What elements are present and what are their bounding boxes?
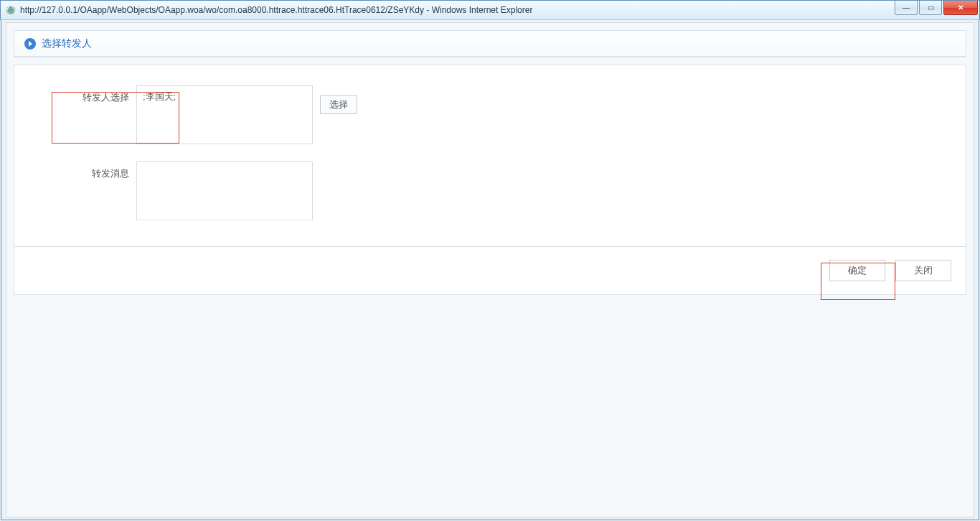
panel-title: 选择转发人 [42, 37, 92, 50]
arrow-right-icon [24, 38, 36, 50]
window-close-button[interactable]: ✕ [943, 1, 978, 15]
form-area: 转发人选择 选择 转发消息 [14, 65, 966, 246]
window-controls: — ▭ ✕ [893, 1, 978, 15]
panel-header: 选择转发人 [14, 31, 966, 57]
close-button[interactable]: 关闭 [895, 260, 951, 281]
recipient-row: 转发人选择 选择 [57, 85, 937, 144]
select-button[interactable]: 选择 [320, 95, 357, 114]
footer-actions: 确定 关闭 [14, 246, 966, 294]
form-panel: 转发人选择 选择 转发消息 确定 关闭 [14, 65, 966, 295]
window-title: http://127.0.0.1/OAapp/WebObjects/OAapp.… [20, 5, 532, 15]
client-area: 选择转发人 转发人选择 选择 转发消息 确定 关闭 [1, 20, 979, 520]
maximize-button[interactable]: ▭ [919, 1, 942, 15]
recipient-label: 转发人选择 [57, 85, 136, 104]
message-label: 转发消息 [57, 161, 136, 180]
ie-icon [5, 4, 17, 16]
minimize-button[interactable]: — [895, 1, 918, 15]
message-row: 转发消息 [57, 161, 937, 220]
confirm-button[interactable]: 确定 [829, 260, 885, 281]
browser-titlebar: http://127.0.0.1/OAapp/WebObjects/OAapp.… [0, 0, 980, 20]
message-textarea[interactable] [136, 161, 313, 220]
recipient-textarea[interactable] [136, 85, 313, 144]
page-inner: 选择转发人 转发人选择 选择 转发消息 确定 关闭 [6, 22, 974, 517]
title-panel: 选择转发人 [14, 30, 966, 57]
